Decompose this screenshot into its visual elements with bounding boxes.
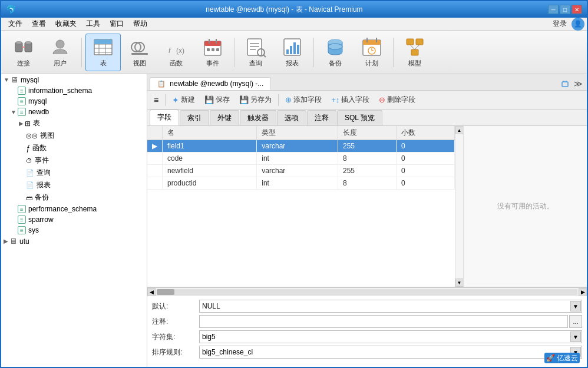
tab-label: newtable @newdb (mysql) -... xyxy=(170,79,263,88)
field-type[interactable]: varchar xyxy=(257,165,338,177)
tree-folder-view[interactable]: ◎◎ 视图 xyxy=(1,130,147,142)
scroll-down[interactable]: ▼ xyxy=(455,279,464,287)
toolbar-user[interactable]: 用户 xyxy=(42,34,78,71)
toolbar-table[interactable]: 表 xyxy=(85,34,121,71)
table-row[interactable]: code int 8 0 xyxy=(147,152,455,165)
field-length[interactable]: 8 xyxy=(338,152,396,165)
scroll-right[interactable]: ▶ xyxy=(579,288,587,296)
main-tab[interactable]: 📋 newtable @newdb (mysql) -... xyxy=(150,77,271,90)
tree-label-report: 报表 xyxy=(37,180,51,190)
field-type[interactable]: int xyxy=(257,177,338,190)
table-row[interactable]: productid int 8 0 xyxy=(147,177,455,190)
tree-folder-function[interactable]: ƒ 函数 xyxy=(1,142,147,154)
table-row[interactable]: newfield varchar 255 0 xyxy=(147,165,455,177)
tab-icon: 📋 xyxy=(157,80,166,87)
field-decimal[interactable]: 0 xyxy=(396,140,454,152)
toolbar-report[interactable]: 报表 xyxy=(275,34,310,71)
field-length[interactable]: 8 xyxy=(338,177,396,190)
close-button[interactable]: ✕ xyxy=(572,5,582,14)
tree-server-mysql[interactable]: ▼ 🖥 mysql xyxy=(1,74,147,85)
tree-folder-backup[interactable]: 🗃 备份 xyxy=(1,191,147,204)
default-select[interactable]: NULL xyxy=(199,300,582,313)
field-name[interactable]: newfield xyxy=(163,165,257,177)
toolbar-schedule[interactable]: 计划 xyxy=(354,34,389,71)
menu-favorites[interactable]: 收藏夹 xyxy=(51,18,81,30)
deletefield-btn[interactable]: ⊖ 删除字段 xyxy=(375,93,419,107)
toolbar-query[interactable]: 查询 xyxy=(238,34,273,71)
toolbar-event[interactable]: 事件 xyxy=(195,34,230,71)
tab-fields[interactable]: 字段 xyxy=(150,110,179,125)
tree-db-sys[interactable]: ≡ sys xyxy=(1,225,147,236)
field-decimal[interactable]: 0 xyxy=(396,152,454,165)
tree-folder-report[interactable]: 📄 报表 xyxy=(1,179,147,191)
field-decimal[interactable]: 0 xyxy=(396,165,454,177)
event-label: 事件 xyxy=(206,59,219,68)
save-btn[interactable]: 💾 保存 xyxy=(200,93,234,107)
field-name[interactable]: productid xyxy=(163,177,257,190)
toolbar-backup[interactable]: 备份 xyxy=(318,34,353,71)
scroll-left[interactable]: ◀ xyxy=(147,288,156,296)
comment-dots-btn[interactable]: ... xyxy=(569,315,582,328)
row-selector: ▶ xyxy=(147,140,163,152)
table-scrollbar[interactable]: ▲ ▼ xyxy=(455,126,463,287)
field-type[interactable]: varchar xyxy=(257,140,338,152)
toolbar-function[interactable]: f (x) 函数 xyxy=(158,34,194,71)
comment-input[interactable] xyxy=(199,315,568,328)
col-type-header: 类型 xyxy=(257,126,338,140)
menu-btn[interactable]: ≡ xyxy=(150,94,163,107)
right-tab-bar: 📋 newtable @newdb (mysql) -... ≫ xyxy=(147,74,587,91)
tree-label-event: 事件 xyxy=(35,155,49,165)
right-panel: 📋 newtable @newdb (mysql) -... ≫ ≡ xyxy=(147,74,587,368)
saveas-btn[interactable]: 💾 另存为 xyxy=(235,93,276,107)
tree-db-newdb[interactable]: ▼ ≡ newdb xyxy=(1,107,147,117)
toolbar-connect[interactable]: 连接 xyxy=(6,34,41,71)
expand-btn[interactable]: ≫ xyxy=(572,77,584,90)
tree-db-sparrow[interactable]: ≡ sparrow xyxy=(1,214,147,225)
menu-help[interactable]: 帮助 xyxy=(128,18,152,30)
field-decimal[interactable]: 0 xyxy=(396,177,454,190)
login-link[interactable]: 登录 xyxy=(553,19,572,29)
toolbar-view[interactable]: 视图 xyxy=(122,34,157,71)
tree-db-performance-schema[interactable]: ≡ performance_schema xyxy=(1,204,147,214)
minimize-button[interactable]: ─ xyxy=(548,5,559,14)
field-length[interactable]: 255 xyxy=(338,140,396,152)
menu-window[interactable]: 窗口 xyxy=(105,18,128,30)
tree-folder-event[interactable]: ⏱ 事件 xyxy=(1,154,147,167)
tab-trigger[interactable]: 触发器 xyxy=(240,110,276,125)
insertfield-btn[interactable]: +↕ 插入字段 xyxy=(327,93,374,107)
view-folder-icon: ◎◎ xyxy=(26,132,38,140)
tree-db-information-schema[interactable]: ≡ information_schema xyxy=(1,85,147,96)
row-selector xyxy=(147,177,163,190)
maximize-button[interactable]: □ xyxy=(560,5,570,14)
tree-folder-query[interactable]: 📄 查询 xyxy=(1,167,147,179)
tab-extra-btn[interactable] xyxy=(559,77,572,90)
h-scrollbar[interactable]: ◀ ▶ xyxy=(147,288,587,296)
field-name[interactable]: field1 xyxy=(163,140,257,152)
field-length[interactable]: 255 xyxy=(338,165,396,177)
new-btn[interactable]: ✦ 新建 xyxy=(168,93,199,107)
tab-index[interactable]: 索引 xyxy=(180,110,209,125)
tab-options[interactable]: 选项 xyxy=(277,110,306,125)
addfield-btn[interactable]: ⊕ 添加字段 xyxy=(281,93,326,107)
table-row[interactable]: ▶ field1 varchar 255 0 xyxy=(147,140,455,152)
db-icon-mysql: ≡ xyxy=(18,97,26,105)
prop-comment: 注释: ... xyxy=(147,314,587,329)
menu-file[interactable]: 文件 xyxy=(4,18,27,30)
menu-view[interactable]: 查看 xyxy=(27,18,51,30)
toolbar-sep-3 xyxy=(313,38,314,67)
field-name[interactable]: code xyxy=(163,152,257,165)
tab-comment[interactable]: 注释 xyxy=(307,110,336,125)
tree-db-mysql[interactable]: ≡ mysql xyxy=(1,96,147,107)
tree-server-utu[interactable]: ▶ 🖥 utu xyxy=(1,236,147,247)
menu-tools[interactable]: 工具 xyxy=(81,18,105,30)
collation-select[interactable]: big5_chinese_ci xyxy=(199,346,582,359)
row-selector xyxy=(147,165,163,177)
tab-foreignkey[interactable]: 外键 xyxy=(210,110,239,125)
field-type[interactable]: int xyxy=(257,152,338,165)
scroll-up[interactable]: ▲ xyxy=(455,126,464,134)
collation-label: 排序规则: xyxy=(152,347,199,357)
toolbar-model[interactable]: 模型 xyxy=(397,34,432,71)
charset-select[interactable]: big5 xyxy=(199,330,582,343)
tab-sql-preview[interactable]: SQL 预览 xyxy=(337,110,382,125)
tree-folder-table[interactable]: ▶ ⊞ 表 xyxy=(1,117,147,130)
